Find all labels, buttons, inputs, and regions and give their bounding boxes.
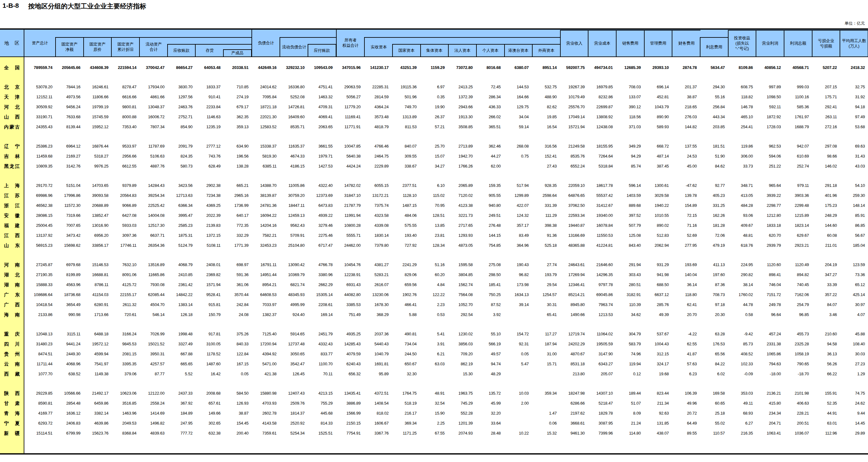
data-cell: 11635.37 xyxy=(280,141,308,151)
data-cell: 11459.68 xyxy=(24,151,56,161)
data-cell: 1178.52 xyxy=(196,349,224,359)
data-cell: 1010.55 xyxy=(644,211,672,220)
data-cell: 1736.99 xyxy=(224,201,252,211)
data-cell: 8000.88 xyxy=(112,112,140,122)
data-cell: 276.48 xyxy=(476,220,504,230)
data-cell: 16.54 xyxy=(532,122,560,132)
data-cell: 629.67 xyxy=(784,230,812,241)
data-cell: 33.64 xyxy=(476,418,504,428)
data-cell: 55.02 xyxy=(700,418,728,428)
data-cell: 0.75 xyxy=(504,151,532,161)
data-cell: 3830.70 xyxy=(167,82,196,92)
data-cell: 5252.08 xyxy=(280,92,308,102)
data-cell: 413.05 xyxy=(728,191,756,201)
data-cell: 371.03 xyxy=(616,122,644,132)
column-header-label: 港澳台资本 xyxy=(508,48,529,54)
data-cell: 1490.66 xyxy=(560,310,588,320)
column-header: 财务费用 xyxy=(672,30,700,57)
region-label: 山西 xyxy=(0,112,24,122)
column-header: 资产总计 xyxy=(24,30,56,57)
data-cell: 790.65 xyxy=(784,359,812,369)
data-cell: 24462.00 xyxy=(336,241,364,250)
data-cell: 332.29 xyxy=(224,230,252,241)
data-cell: 4.07 xyxy=(840,310,868,320)
column-header: 营业成本 xyxy=(588,30,616,57)
table-row: 广东108686.6418736.6841154.0322155.1762085… xyxy=(0,290,868,300)
column-header-label: 利息费用 xyxy=(706,44,722,50)
header-bracket-line xyxy=(167,37,196,38)
data-cell: 6286.66 xyxy=(560,398,588,408)
data-cell: 659.56 xyxy=(392,280,420,290)
data-cell: 84.22 xyxy=(700,359,728,369)
data-cell: 292.41 xyxy=(812,102,840,112)
data-cell: 298.50 xyxy=(476,270,504,280)
table-row: 河北30509.929456.2419799.199800.8113048.37… xyxy=(0,102,868,112)
data-cell: 21.24 xyxy=(616,418,644,428)
data-cell: 591.36 xyxy=(224,270,252,280)
data-cell: 1463.96 xyxy=(112,408,140,418)
data-cell: 211.01 xyxy=(812,241,840,250)
data-cell: 248.29 xyxy=(812,211,840,220)
data-cell: 266.02 xyxy=(476,112,504,122)
column-header-label: 资产总计 xyxy=(24,30,56,57)
column-header-box: 实收资本 xyxy=(364,37,393,57)
data-cell: 4563.96 xyxy=(56,280,84,290)
data-cell: 1212.80 xyxy=(756,211,784,220)
data-cell: 1383.14 xyxy=(167,300,196,310)
group-spacer-row xyxy=(0,171,868,181)
data-cell: 3100.05 xyxy=(196,339,224,349)
data-cell: 26354.36 xyxy=(140,241,167,250)
data-cell: 2169.27 xyxy=(56,151,84,161)
data-cell: 425.14 xyxy=(840,290,868,300)
data-cell: 20564.83 xyxy=(112,191,140,201)
data-cell: 94.29 xyxy=(616,151,644,161)
data-cell: 45.99 xyxy=(476,398,504,408)
data-cell: 72.06 xyxy=(700,230,728,241)
region-column-strip xyxy=(0,320,24,329)
data-cell: 45.88 xyxy=(840,329,868,339)
column-header-box: 平均用工人数 (万人) xyxy=(840,30,868,57)
data-cell: 6964.12 xyxy=(56,141,84,151)
data-cell: 22155.17 xyxy=(112,290,140,300)
column-header-label: 投资收益 (损失以 “-”号记) xyxy=(734,35,750,52)
table-row: 四川31480.239441.2419572.129845.5315021.52… xyxy=(0,339,868,349)
data-cell: 1487.15 xyxy=(392,201,420,211)
data-cell: 275.08 xyxy=(476,260,504,270)
data-cell: 36.14 xyxy=(672,280,700,290)
data-cell: 2713.89 xyxy=(448,141,476,151)
data-cell: 592007.75 xyxy=(560,63,588,73)
data-cell: 4339.08 xyxy=(364,220,392,230)
data-cell: 1761.97 xyxy=(784,112,812,122)
data-cell: 11771.91 xyxy=(336,122,364,132)
data-cell: 517.94 xyxy=(504,181,532,191)
data-cell: 12438.08 xyxy=(588,122,616,132)
data-cell: 19440.87 xyxy=(560,220,588,230)
data-cell: 13090.42 xyxy=(280,260,308,270)
data-cell: 1230.02 xyxy=(448,329,476,339)
data-cell: 3804.85 xyxy=(448,270,476,280)
data-cell: 2062.94 xyxy=(644,241,672,250)
table-row: 河南27245.876979.6815146.537632.1013516.89… xyxy=(0,260,868,270)
data-cell: 445.68 xyxy=(308,408,336,418)
data-cell: 3.46 xyxy=(812,310,840,320)
data-cell: 96.64 xyxy=(756,310,784,320)
data-cell: 45.00 xyxy=(672,161,700,171)
data-cell: 274.19 xyxy=(224,92,252,102)
data-cell: 110.57 xyxy=(700,428,728,438)
column-header: 国家资本 xyxy=(393,30,421,57)
data-cell: -18.00 xyxy=(756,369,784,379)
column-header-label: 平均用工人数 (万人) xyxy=(842,38,866,49)
data-cell: 303.43 xyxy=(616,270,644,280)
data-cell: 9562.43 xyxy=(280,220,308,230)
data-cell: 154.45 xyxy=(224,418,252,428)
data-cell: 247.95 xyxy=(167,418,196,428)
region-label: 山东 xyxy=(0,241,24,250)
data-cell: 6240.43 xyxy=(336,359,364,369)
data-cell: 16336.80 xyxy=(280,82,308,92)
data-cell: 109543.09 xyxy=(308,63,336,73)
header-bracket-line xyxy=(420,37,449,38)
data-cell: 97.49 xyxy=(840,112,868,122)
data-cell: 411.13 xyxy=(700,260,728,270)
data-cell: 30.03 xyxy=(840,349,868,359)
data-cell: 357.22 xyxy=(812,290,840,300)
